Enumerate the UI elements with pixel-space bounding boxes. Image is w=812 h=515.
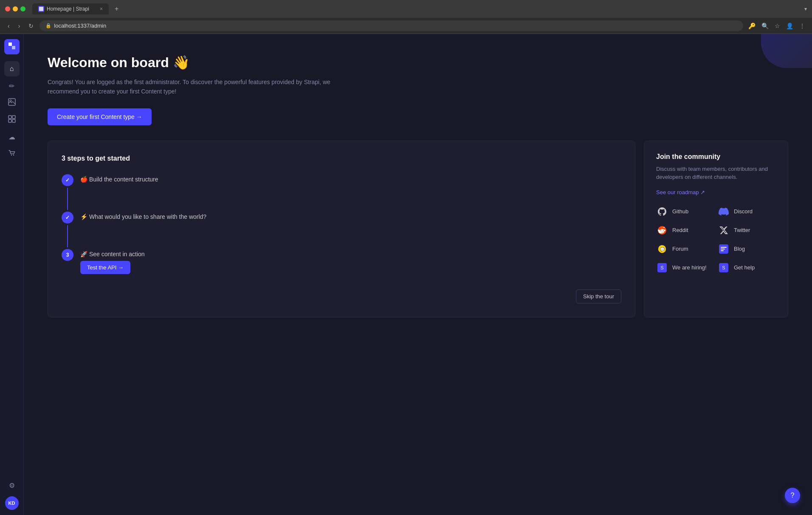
browser-tab[interactable]: Homepage | Strapi × bbox=[32, 3, 109, 14]
svg-rect-5 bbox=[8, 116, 11, 119]
tab-close-button[interactable]: × bbox=[100, 6, 103, 12]
step-1: ✓ 🍎 Build the content structure bbox=[62, 174, 621, 212]
reload-button[interactable]: ↻ bbox=[26, 21, 36, 31]
discord-icon bbox=[718, 206, 730, 218]
forward-button[interactable]: › bbox=[16, 21, 23, 31]
menu-icon[interactable]: ⋮ bbox=[798, 21, 807, 31]
github-icon bbox=[656, 206, 668, 218]
get-help-icon: S bbox=[718, 262, 730, 274]
step-2-connector: ✓ bbox=[62, 212, 73, 249]
sidebar-item-shop[interactable] bbox=[4, 146, 20, 161]
traffic-light-green[interactable] bbox=[20, 6, 25, 11]
address-bar[interactable]: 🔒 localhost:1337/admin bbox=[39, 20, 743, 31]
page-subtitle: Congrats! You are logged as the first ad… bbox=[48, 77, 345, 96]
blog-label: Blog bbox=[734, 246, 745, 252]
sidebar-item-media[interactable] bbox=[4, 95, 20, 110]
browser-titlebar: Homepage | Strapi × + ▾ bbox=[0, 0, 812, 18]
tab-title: Homepage | Strapi bbox=[47, 6, 89, 12]
traffic-lights bbox=[5, 6, 25, 11]
logo-text bbox=[8, 42, 16, 52]
community-grid: Github Discord bbox=[656, 206, 776, 274]
browser-dropdown[interactable]: ▾ bbox=[804, 6, 807, 12]
steps-card: 3 steps to get started ✓ 🍎 Build the con… bbox=[48, 141, 635, 317]
step-3-circle: 3 bbox=[62, 249, 73, 261]
skip-tour-button[interactable]: Skip the tour bbox=[576, 289, 621, 303]
community-title: Join the community bbox=[656, 153, 776, 161]
svg-text:S: S bbox=[722, 265, 725, 270]
page-title: Welcome on board 👋 bbox=[48, 54, 788, 71]
hiring-label: We are hiring! bbox=[672, 264, 707, 271]
svg-point-10 bbox=[13, 155, 14, 156]
test-api-button[interactable]: Test the API → bbox=[80, 261, 130, 274]
help-bubble[interactable]: ? bbox=[785, 488, 800, 503]
community-description: Discuss with team members, contributors … bbox=[656, 165, 776, 181]
cart-icon bbox=[8, 149, 16, 158]
community-item-blog[interactable]: Blog bbox=[718, 243, 776, 255]
new-tab-button[interactable]: + bbox=[112, 5, 121, 13]
community-item-reddit[interactable]: Reddit bbox=[656, 224, 714, 236]
profile-icon[interactable]: 👤 bbox=[784, 21, 795, 31]
svg-rect-19 bbox=[721, 249, 725, 249]
github-label: Github bbox=[672, 208, 688, 215]
sidebar-item-settings[interactable]: ⚙ bbox=[4, 478, 20, 493]
sidebar: ⌂ ✏ ☁ bbox=[0, 34, 24, 515]
forum-label: Forum bbox=[672, 246, 688, 252]
roadmap-text: See our roadmap bbox=[656, 189, 699, 195]
search-icon[interactable]: 🔍 bbox=[760, 21, 770, 31]
roadmap-link[interactable]: See our roadmap ↗ bbox=[656, 189, 705, 195]
step-3-connector: 3 bbox=[62, 249, 73, 261]
community-item-github[interactable]: Github bbox=[656, 206, 714, 218]
svg-rect-7 bbox=[8, 119, 11, 122]
reddit-icon bbox=[656, 224, 668, 236]
sidebar-item-home[interactable]: ⌂ bbox=[4, 61, 20, 76]
extensions-icon[interactable]: 🔑 bbox=[747, 21, 757, 31]
step-3-number: 3 bbox=[66, 252, 69, 258]
sidebar-item-content-manager[interactable]: ✏ bbox=[4, 78, 20, 93]
svg-rect-1 bbox=[8, 42, 12, 46]
reddit-label: Reddit bbox=[672, 227, 688, 233]
sidebar-bottom: ⚙ KD bbox=[4, 478, 20, 510]
community-item-discord[interactable]: Discord bbox=[718, 206, 776, 218]
help-label: Get help bbox=[734, 264, 755, 271]
home-icon: ⌂ bbox=[10, 65, 14, 73]
user-initials: KD bbox=[8, 501, 15, 506]
step-3: 3 🚀 See content in action Test the API → bbox=[62, 249, 621, 274]
browser-toolbar: ‹ › ↻ 🔒 localhost:1337/admin 🔑 🔍 ☆ 👤 ⋮ bbox=[0, 18, 812, 34]
sidebar-logo[interactable] bbox=[4, 39, 20, 54]
step-2-check: ✓ bbox=[65, 215, 70, 221]
steps-footer: Skip the tour bbox=[62, 283, 621, 303]
svg-text:💬: 💬 bbox=[660, 246, 665, 252]
step-2-circle: ✓ bbox=[62, 212, 73, 224]
svg-rect-18 bbox=[721, 247, 727, 248]
help-icon: ? bbox=[791, 492, 795, 499]
discord-label: Discord bbox=[734, 208, 753, 215]
toolbar-actions: 🔑 🔍 ☆ 👤 ⋮ bbox=[747, 21, 807, 31]
svg-rect-2 bbox=[12, 46, 15, 49]
create-content-type-button[interactable]: Create your first Content type → bbox=[48, 108, 152, 125]
sidebar-item-cloud[interactable]: ☁ bbox=[4, 129, 20, 144]
settings-icon: ⚙ bbox=[9, 481, 15, 490]
cloud-icon: ☁ bbox=[8, 133, 15, 141]
svg-text:S: S bbox=[660, 265, 663, 270]
community-item-forum[interactable]: 💬 Forum bbox=[656, 243, 714, 255]
svg-rect-8 bbox=[12, 119, 15, 122]
twitter-icon bbox=[718, 224, 730, 236]
step-1-content: 🍎 Build the content structure bbox=[80, 174, 621, 186]
community-item-twitter[interactable]: Twitter bbox=[718, 224, 776, 236]
svg-rect-0 bbox=[39, 7, 43, 11]
back-button[interactable]: ‹ bbox=[5, 21, 12, 31]
bookmark-icon[interactable]: ☆ bbox=[773, 21, 782, 31]
step-1-label: 🍎 Build the content structure bbox=[80, 176, 621, 183]
user-avatar[interactable]: KD bbox=[5, 496, 19, 510]
lower-section: 3 steps to get started ✓ 🍎 Build the con… bbox=[48, 141, 788, 317]
community-item-help[interactable]: S Get help bbox=[718, 262, 776, 274]
step-2: ✓ ⚡ What would you like to share with th… bbox=[62, 212, 621, 249]
edit-icon: ✏ bbox=[9, 82, 14, 90]
step-3-content: 🚀 See content in action Test the API → bbox=[80, 249, 621, 274]
community-item-hiring[interactable]: S We are hiring! bbox=[656, 262, 714, 274]
browser-chrome: Homepage | Strapi × + ▾ ‹ › ↻ 🔒 localhos… bbox=[0, 0, 812, 34]
sidebar-item-content-type-builder[interactable] bbox=[4, 112, 20, 127]
traffic-light-yellow[interactable] bbox=[13, 6, 18, 11]
main-content: Welcome on board 👋 Congrats! You are log… bbox=[24, 34, 812, 515]
traffic-light-red[interactable] bbox=[5, 6, 10, 11]
